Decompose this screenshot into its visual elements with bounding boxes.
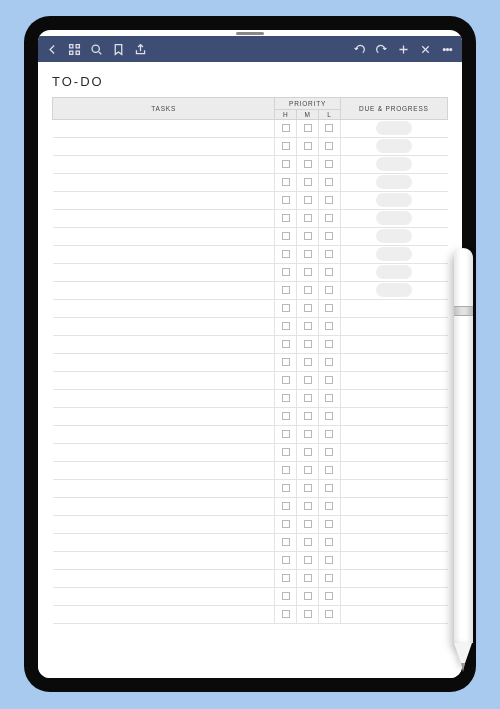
search-icon[interactable] — [90, 43, 103, 56]
task-cell[interactable] — [53, 354, 275, 372]
checkbox-l[interactable] — [325, 556, 333, 564]
checkbox-h[interactable] — [282, 250, 290, 258]
checkbox-h[interactable] — [282, 232, 290, 240]
checkbox-h[interactable] — [282, 466, 290, 474]
checkbox-l[interactable] — [325, 538, 333, 546]
bookmark-icon[interactable] — [112, 43, 125, 56]
task-cell[interactable] — [53, 210, 275, 228]
checkbox-l[interactable] — [325, 214, 333, 222]
due-cell[interactable] — [340, 264, 447, 282]
checkbox-m[interactable] — [304, 304, 312, 312]
checkbox-h[interactable] — [282, 412, 290, 420]
checkbox-l[interactable] — [325, 340, 333, 348]
checkbox-h[interactable] — [282, 448, 290, 456]
checkbox-m[interactable] — [304, 484, 312, 492]
checkbox-m[interactable] — [304, 178, 312, 186]
due-cell[interactable] — [340, 300, 447, 318]
checkbox-m[interactable] — [304, 538, 312, 546]
checkbox-l[interactable] — [325, 592, 333, 600]
checkbox-m[interactable] — [304, 322, 312, 330]
due-cell[interactable] — [340, 318, 447, 336]
checkbox-m[interactable] — [304, 142, 312, 150]
checkbox-l[interactable] — [325, 574, 333, 582]
checkbox-l[interactable] — [325, 160, 333, 168]
checkbox-h[interactable] — [282, 556, 290, 564]
task-cell[interactable] — [53, 480, 275, 498]
checkbox-l[interactable] — [325, 142, 333, 150]
checkbox-h[interactable] — [282, 178, 290, 186]
due-cell[interactable] — [340, 390, 447, 408]
due-cell[interactable] — [340, 570, 447, 588]
checkbox-h[interactable] — [282, 286, 290, 294]
due-cell[interactable] — [340, 516, 447, 534]
due-cell[interactable] — [340, 210, 447, 228]
checkbox-m[interactable] — [304, 592, 312, 600]
checkbox-l[interactable] — [325, 178, 333, 186]
due-cell[interactable] — [340, 462, 447, 480]
due-cell[interactable] — [340, 336, 447, 354]
due-cell[interactable] — [340, 120, 447, 138]
checkbox-m[interactable] — [304, 466, 312, 474]
checkbox-h[interactable] — [282, 304, 290, 312]
task-cell[interactable] — [53, 282, 275, 300]
checkbox-l[interactable] — [325, 250, 333, 258]
checkbox-l[interactable] — [325, 304, 333, 312]
checkbox-h[interactable] — [282, 610, 290, 618]
due-cell[interactable] — [340, 174, 447, 192]
checkbox-h[interactable] — [282, 142, 290, 150]
due-cell[interactable] — [340, 534, 447, 552]
due-cell[interactable] — [340, 192, 447, 210]
task-cell[interactable] — [53, 228, 275, 246]
checkbox-l[interactable] — [325, 466, 333, 474]
checkbox-m[interactable] — [304, 376, 312, 384]
task-cell[interactable] — [53, 606, 275, 624]
checkbox-m[interactable] — [304, 412, 312, 420]
task-cell[interactable] — [53, 336, 275, 354]
checkbox-m[interactable] — [304, 214, 312, 222]
task-cell[interactable] — [53, 120, 275, 138]
checkbox-l[interactable] — [325, 358, 333, 366]
task-cell[interactable] — [53, 552, 275, 570]
task-cell[interactable] — [53, 174, 275, 192]
checkbox-l[interactable] — [325, 520, 333, 528]
due-cell[interactable] — [340, 480, 447, 498]
task-cell[interactable] — [53, 426, 275, 444]
checkbox-h[interactable] — [282, 538, 290, 546]
due-cell[interactable] — [340, 552, 447, 570]
share-icon[interactable] — [134, 43, 147, 56]
due-cell[interactable] — [340, 408, 447, 426]
due-cell[interactable] — [340, 138, 447, 156]
checkbox-m[interactable] — [304, 448, 312, 456]
checkbox-m[interactable] — [304, 286, 312, 294]
task-cell[interactable] — [53, 516, 275, 534]
checkbox-l[interactable] — [325, 412, 333, 420]
checkbox-h[interactable] — [282, 214, 290, 222]
checkbox-h[interactable] — [282, 430, 290, 438]
checkbox-m[interactable] — [304, 340, 312, 348]
close-icon[interactable] — [419, 43, 432, 56]
task-cell[interactable] — [53, 318, 275, 336]
checkbox-m[interactable] — [304, 268, 312, 276]
checkbox-m[interactable] — [304, 430, 312, 438]
task-cell[interactable] — [53, 534, 275, 552]
checkbox-l[interactable] — [325, 610, 333, 618]
task-cell[interactable] — [53, 444, 275, 462]
checkbox-m[interactable] — [304, 358, 312, 366]
checkbox-l[interactable] — [325, 376, 333, 384]
redo-icon[interactable] — [375, 43, 388, 56]
checkbox-h[interactable] — [282, 268, 290, 276]
checkbox-l[interactable] — [325, 484, 333, 492]
due-cell[interactable] — [340, 426, 447, 444]
more-icon[interactable] — [441, 43, 454, 56]
checkbox-l[interactable] — [325, 502, 333, 510]
task-cell[interactable] — [53, 156, 275, 174]
task-cell[interactable] — [53, 498, 275, 516]
checkbox-m[interactable] — [304, 160, 312, 168]
checkbox-h[interactable] — [282, 196, 290, 204]
task-cell[interactable] — [53, 372, 275, 390]
checkbox-h[interactable] — [282, 484, 290, 492]
checkbox-m[interactable] — [304, 124, 312, 132]
due-cell[interactable] — [340, 246, 447, 264]
due-cell[interactable] — [340, 606, 447, 624]
checkbox-m[interactable] — [304, 196, 312, 204]
